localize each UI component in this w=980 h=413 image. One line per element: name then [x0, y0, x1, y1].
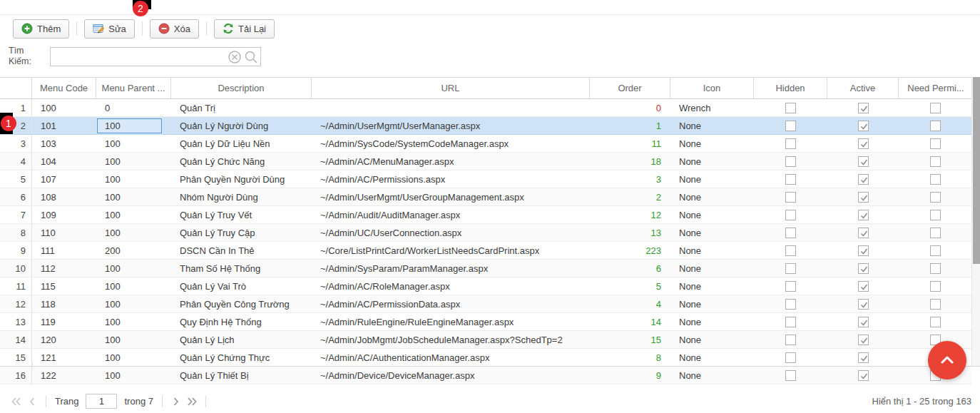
column-header-need-permission[interactable]: Need Permi... [899, 78, 973, 98]
description-cell[interactable]: Quản Lý Lịch [171, 331, 312, 348]
url-cell[interactable]: ~/Admin/UserMgmt/UserGroupManagement.asp… [312, 188, 590, 205]
unchecked-checkbox[interactable] [930, 317, 941, 327]
menu-parent-cell[interactable]: 100 [96, 367, 171, 384]
focused-cell[interactable]: 100 [96, 118, 163, 134]
icon-cell[interactable]: None [670, 295, 754, 312]
menu-parent-cell[interactable]: 100 [96, 349, 171, 366]
unchecked-checkbox[interactable] [785, 174, 796, 185]
need-permission-cell[interactable] [899, 170, 971, 188]
checked-checkbox[interactable] [858, 317, 869, 327]
hidden-cell[interactable] [754, 117, 827, 134]
need-permission-cell[interactable] [899, 295, 971, 312]
grid-row[interactable]: 8110100Quản Lý Truy Cập~/Admin/UC/UserCo… [0, 224, 971, 242]
grid-row[interactable]: 5107100Phân Quyền Người Dùng~/Admin/AC/P… [0, 170, 971, 188]
checked-checkbox[interactable] [858, 174, 869, 185]
checked-checkbox[interactable] [858, 299, 869, 310]
active-cell[interactable] [827, 135, 899, 152]
description-cell[interactable]: Quản Lý Thiết Bị [171, 367, 312, 384]
add-button[interactable]: Thêm [13, 19, 69, 39]
hidden-cell[interactable] [754, 367, 827, 384]
grid-row[interactable]: 3103100Quản Lý Dữ Liệu Nền~/Admin/SysCod… [0, 135, 971, 153]
hidden-cell[interactable] [754, 313, 827, 330]
menu-code-cell[interactable]: 121 [32, 349, 96, 366]
description-cell[interactable]: Quản Lý Truy Cập [171, 224, 312, 241]
order-cell[interactable]: 12 [590, 206, 670, 223]
need-permission-cell[interactable] [899, 242, 971, 259]
unchecked-checkbox[interactable] [785, 245, 796, 256]
hidden-cell[interactable] [754, 260, 827, 277]
menu-code-cell[interactable]: 104 [32, 153, 96, 170]
unchecked-checkbox[interactable] [930, 210, 941, 220]
unchecked-checkbox[interactable] [930, 245, 941, 256]
icon-cell[interactable]: None [670, 153, 754, 170]
unchecked-checkbox[interactable] [785, 192, 796, 203]
unchecked-checkbox[interactable] [785, 370, 796, 381]
url-cell[interactable]: ~/Admin/UserMgmt/UserManager.aspx [312, 117, 590, 134]
order-cell[interactable]: 11 [590, 135, 670, 152]
active-cell[interactable] [827, 170, 899, 188]
unchecked-checkbox[interactable] [930, 263, 941, 274]
active-cell[interactable] [827, 260, 899, 277]
order-cell[interactable]: 4 [590, 295, 670, 312]
grid-row[interactable]: 14120100Quản Lý Lịch~/Admin/JobMgmt/JobS… [0, 331, 971, 349]
menu-parent-cell[interactable]: 100 [96, 295, 171, 312]
description-cell[interactable]: Phân Quyền Công Trường [171, 295, 312, 312]
grid-row[interactable]: 9111200DSCN Cần In Thẻ~/Core/ListPrintCa… [0, 242, 971, 260]
grid-row[interactable]: 11000Quản Trị0Wrench [0, 99, 971, 117]
menu-code-cell[interactable]: 112 [32, 260, 96, 277]
need-permission-cell[interactable] [899, 206, 971, 223]
url-cell[interactable]: ~/Admin/AC/RoleManager.aspx [312, 277, 590, 295]
description-cell[interactable]: Quản Lý Dữ Liệu Nền [171, 135, 312, 152]
menu-parent-cell[interactable]: 200 [96, 242, 171, 259]
prev-page-button[interactable] [24, 394, 40, 409]
menu-code-cell[interactable]: 111 [32, 242, 96, 259]
scroll-to-top-button[interactable] [928, 341, 966, 379]
checked-checkbox[interactable] [858, 121, 869, 131]
icon-cell[interactable]: None [670, 313, 754, 330]
checked-checkbox[interactable] [858, 281, 869, 292]
unchecked-checkbox[interactable] [930, 121, 941, 131]
unchecked-checkbox[interactable] [785, 281, 796, 292]
menu-code-cell[interactable]: 115 [32, 277, 96, 295]
menu-parent-cell[interactable]: 100 [96, 331, 171, 348]
menu-code-cell[interactable]: 118 [32, 295, 96, 312]
active-cell[interactable] [827, 277, 899, 295]
unchecked-checkbox[interactable] [785, 352, 796, 363]
active-cell[interactable] [827, 153, 899, 170]
unchecked-checkbox[interactable] [930, 299, 941, 310]
order-cell[interactable]: 2 [590, 188, 670, 205]
need-permission-cell[interactable] [899, 188, 971, 205]
order-cell[interactable]: 0 [590, 99, 670, 116]
checked-checkbox[interactable] [858, 138, 869, 149]
grid-row[interactable]: 15121100Quản Lý Chứng Thực~/Admin/AC/Aut… [0, 349, 971, 367]
unchecked-checkbox[interactable] [930, 228, 941, 238]
hidden-cell[interactable] [754, 206, 827, 223]
clear-search-icon[interactable] [228, 50, 242, 64]
unchecked-checkbox[interactable] [930, 156, 941, 167]
need-permission-cell[interactable] [899, 260, 971, 277]
last-page-button[interactable] [184, 394, 200, 409]
active-cell[interactable] [827, 99, 899, 116]
active-cell[interactable] [827, 188, 899, 205]
icon-cell[interactable]: None [670, 188, 754, 205]
hidden-cell[interactable] [754, 331, 827, 348]
url-cell[interactable]: ~/Admin/AC/Permissions.aspx [312, 170, 590, 188]
active-cell[interactable] [827, 313, 899, 330]
unchecked-checkbox[interactable] [785, 263, 796, 274]
unchecked-checkbox[interactable] [785, 335, 796, 345]
menu-parent-cell[interactable]: 100 [96, 135, 171, 152]
url-cell[interactable]: ~/Admin/RuleEngine/RuleEngineManager.asp… [312, 313, 590, 330]
checked-checkbox[interactable] [858, 192, 869, 203]
grid-row[interactable]: 10112100Tham Số Hệ Thống~/Admin/SysParam… [0, 260, 971, 277]
page-number-input[interactable] [86, 394, 117, 409]
order-cell[interactable]: 3 [590, 170, 670, 188]
active-cell[interactable] [827, 295, 899, 312]
column-header-order[interactable]: Order [590, 78, 670, 98]
checked-checkbox[interactable] [858, 263, 869, 274]
edit-button[interactable]: Sửa [84, 19, 135, 39]
icon-cell[interactable]: None [670, 367, 754, 384]
hidden-cell[interactable] [754, 99, 827, 116]
need-permission-cell[interactable] [899, 224, 971, 241]
first-page-button[interactable] [9, 394, 24, 409]
grid-row[interactable]: 13119100Quy Định Hệ Thống~/Admin/RuleEng… [0, 313, 971, 331]
